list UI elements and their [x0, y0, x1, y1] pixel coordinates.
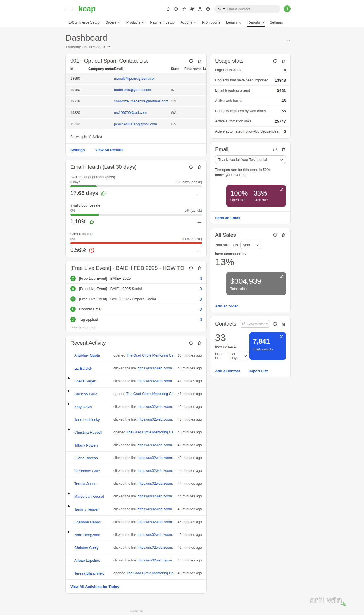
refresh-icon[interactable]: [273, 322, 278, 326]
menu-button[interactable]: [65, 7, 72, 11]
activity-link[interactable]: https://us02web.zoom.us/j/8...: [137, 482, 173, 486]
contact-name-link[interactable]: Sheila Sagert: [74, 379, 113, 383]
goal-count-link[interactable]: 0: [200, 317, 202, 322]
contact-name-link[interactable]: Tammy Tepper: [74, 507, 113, 511]
expand-triangle-icon[interactable]: [68, 377, 70, 379]
nav-item[interactable]: Promotions: [202, 18, 220, 27]
activity-link[interactable]: The Grad Circle Mentoring Call with ...: [126, 430, 173, 434]
refresh-icon[interactable]: [272, 59, 277, 63]
contact-name-link[interactable]: Teresa Jones: [74, 482, 113, 486]
email-stats-box[interactable]: 100% Open rate 33% Click rate: [226, 185, 286, 207]
refresh-icon[interactable]: [272, 147, 277, 152]
trash-icon[interactable]: [197, 341, 202, 345]
nav-item[interactable]: Settings: [270, 18, 283, 27]
contact-name-link[interactable]: Shannon Rabas: [74, 520, 113, 524]
activity-link[interactable]: https://us02web.zoom.us/j/8...: [137, 469, 173, 473]
contact-name-link[interactable]: Ilene Leshinsky: [74, 417, 113, 422]
trash-icon[interactable]: [281, 59, 286, 63]
activity-link[interactable]: https://us02web.zoom.us/j/8...: [137, 456, 173, 460]
goal-count-link[interactable]: 0: [200, 297, 202, 301]
activity-link[interactable]: https://us02web.zoom.us/j/8...: [137, 443, 173, 447]
add-button[interactable]: [284, 5, 291, 12]
keap-logo[interactable]: keap: [78, 5, 96, 13]
arrow-right-icon[interactable]: →: [197, 190, 202, 196]
contact-name-link[interactable]: Nora Hoogzaad: [74, 533, 113, 537]
expand-triangle-icon[interactable]: [68, 492, 70, 495]
campaigns-icon[interactable]: [190, 7, 195, 11]
view-all-activities-link[interactable]: View All Activities for Today: [70, 585, 119, 589]
goal-count-link[interactable]: 0: [200, 287, 202, 291]
external-link-icon[interactable]: [279, 274, 283, 279]
recent-clock-icon[interactable]: [174, 7, 179, 11]
external-link-icon[interactable]: [279, 187, 283, 192]
refresh-icon[interactable]: [189, 59, 193, 63]
contact-name-link[interactable]: Marco van Kessel: [74, 494, 113, 499]
contact-name-link[interactable]: Liz Bartlick: [74, 366, 113, 371]
nav-item[interactable]: Legacy: [226, 18, 241, 27]
email-select[interactable]: Thank You for Your Testimonial: [215, 155, 286, 164]
nav-item[interactable]: Products: [126, 18, 144, 27]
trash-icon[interactable]: [197, 165, 202, 170]
contact-name-link[interactable]: Arlette Lapointe: [74, 558, 113, 563]
expand-triangle-icon[interactable]: [68, 505, 70, 507]
email-link[interactable]: bodelsky5@yahoo.com: [114, 88, 151, 92]
expand-triangle-icon[interactable]: [68, 428, 70, 431]
refresh-icon[interactable]: [272, 233, 277, 238]
expand-triangle-icon[interactable]: [68, 403, 70, 405]
expand-triangle-icon[interactable]: [68, 531, 70, 533]
contact-name-link[interactable]: Katy Davis: [74, 405, 113, 409]
trash-icon[interactable]: [281, 322, 286, 326]
contact-name-link[interactable]: Stephanie Gale: [74, 469, 113, 473]
email-link[interactable]: shahroze_thecentre@hotmail.com: [114, 99, 168, 103]
contact-name-link[interactable]: Chelesa Faria: [74, 392, 113, 396]
nav-item[interactable]: E-Commerce Setup: [68, 18, 100, 27]
activity-link[interactable]: https://us02web.zoom.us/j/8...: [137, 558, 173, 562]
help-icon[interactable]: [206, 7, 210, 11]
contact-name-link[interactable]: Anubhav Gupta: [74, 353, 113, 357]
search-input[interactable]: [227, 7, 277, 11]
trash-icon[interactable]: [197, 266, 202, 271]
profile-icon[interactable]: [198, 7, 202, 11]
sales-period-select[interactable]: year: [240, 241, 261, 249]
arrow-right-icon[interactable]: →: [197, 247, 202, 253]
activity-link[interactable]: https://us02web.zoom.us/j/8...: [137, 405, 173, 409]
arrow-right-icon[interactable]: →: [197, 219, 202, 225]
more-menu-button[interactable]: ...: [285, 33, 291, 49]
search-dropdown-caret[interactable]: [223, 8, 225, 10]
external-link-icon[interactable]: [279, 334, 283, 340]
activity-link[interactable]: https://us02web.zoom.us/j/8...: [137, 379, 173, 383]
expand-triangle-icon[interactable]: [68, 390, 70, 392]
activity-link[interactable]: The Grad Circle Mentoring Call with ...: [126, 353, 173, 357]
email-link[interactable]: mariel@tipsmktg.com.mx: [114, 77, 154, 81]
contact-name-link[interactable]: Christina Russell: [74, 430, 113, 435]
activity-link[interactable]: https://us02web.zoom.us/j/8...: [137, 546, 173, 550]
activity-link[interactable]: https://us02web.zoom.us/j/8...: [137, 520, 173, 524]
add-order-link[interactable]: Add an order: [215, 304, 238, 308]
home-icon[interactable]: [166, 7, 171, 11]
trash-icon[interactable]: [281, 233, 286, 238]
total-sales-box[interactable]: $304,939 Total sales: [226, 272, 286, 295]
contacts-period-select[interactable]: 30 days: [228, 352, 249, 360]
nav-item[interactable]: Reports: [247, 18, 264, 27]
goal-count-link[interactable]: 0: [200, 276, 202, 281]
activity-link[interactable]: https://us02web.zoom.us/j/8...: [137, 366, 173, 370]
contact-name-link[interactable]: Eliana Baccas: [74, 456, 113, 460]
nav-item[interactable]: Orders: [106, 18, 120, 27]
trash-icon[interactable]: [197, 59, 202, 63]
nav-item[interactable]: Actions: [181, 18, 196, 27]
contact-name-link[interactable]: Tiffany Powers: [74, 443, 113, 447]
activity-link[interactable]: https://us02web.zoom.us/j/8...: [137, 494, 173, 498]
trash-icon[interactable]: [281, 147, 286, 152]
refresh-icon[interactable]: [189, 165, 193, 170]
activity-link[interactable]: The Grad Circle Mentoring Call with ...: [126, 571, 173, 575]
send-email-link[interactable]: Send an Email: [215, 216, 240, 220]
email-link[interactable]: peace4all2012@gmail.com: [114, 122, 157, 126]
goal-count-link[interactable]: 0: [200, 307, 202, 312]
nav-item[interactable]: Payment Setup: [150, 18, 174, 27]
refresh-icon[interactable]: [189, 341, 193, 345]
total-contacts-box[interactable]: 7,841 Total contacts: [249, 332, 286, 360]
settings-link[interactable]: Settings: [70, 148, 85, 152]
view-all-results-link[interactable]: View All Results: [95, 148, 123, 152]
activity-link[interactable]: https://us02web.zoom.us/j/8...: [137, 533, 173, 537]
contact-name-link[interactable]: Christen Conly: [74, 546, 113, 550]
